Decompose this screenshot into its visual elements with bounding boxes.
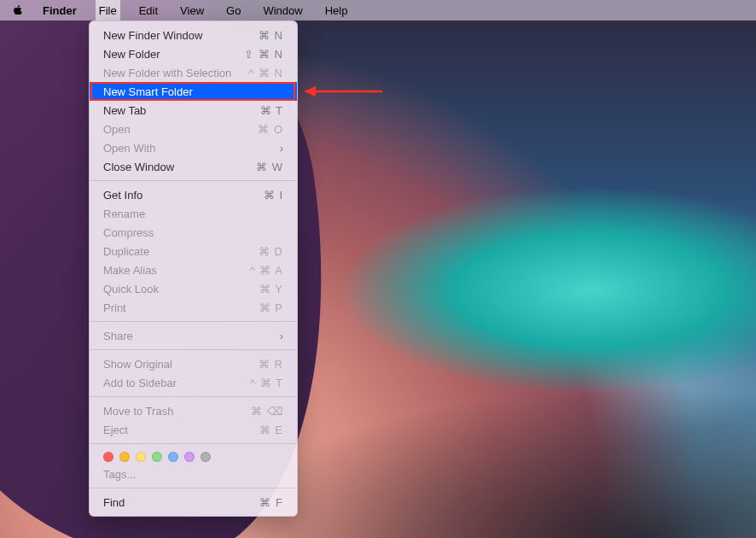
menu-item-open-with: Open With› [90,138,297,157]
tag-color-dot[interactable] [184,452,195,462]
menu-item-get-info[interactable]: Get Info⌘ I [90,185,297,204]
menu-item-add-to-sidebar: Add to Sidebar^ ⌘ T [90,373,297,392]
menu-help[interactable]: Help [322,0,352,20]
menu-item-label: Get Info [103,189,264,202]
menu-file[interactable]: File [96,0,120,20]
menu-item-label: New Smart Folder [103,85,283,98]
menu-item-make-alias: Make Alias^ ⌘ A [90,260,297,279]
menu-item-find[interactable]: Find⌘ F [90,493,297,512]
menu-item-eject: Eject⌘ E [90,420,297,439]
submenu-chevron-icon: › [280,142,283,155]
menu-item-compress: Compress [90,223,297,242]
menu-item-rename: Rename [90,204,297,223]
menu-item-show-original: Show Original⌘ R [90,354,297,373]
apple-menu-icon[interactable] [12,4,24,16]
menu-item-new-folder-with-selection: New Folder with Selection^ ⌘ N [90,63,297,82]
menu-item-label: Eject [103,424,259,436]
menu-item-shortcut: ⌘ E [259,424,283,436]
menu-view[interactable]: View [177,0,207,20]
menu-item-quick-look: Quick Look⌘ Y [90,279,297,298]
menu-edit[interactable]: Edit [136,0,161,20]
tag-color-dot[interactable] [103,452,113,462]
menu-item-label: Open With [103,142,280,155]
tag-color-dot[interactable] [119,452,130,462]
tag-color-dot[interactable] [152,452,162,462]
menu-item-label: New Folder [103,48,244,61]
active-app-name[interactable]: Finder [39,0,80,20]
menu-item-shortcut: ^ ⌘ T [250,377,283,389]
file-menu-dropdown: New Finder Window⌘ NNew Folder⇧ ⌘ NNew F… [89,20,298,517]
menu-item-shortcut: ⌘ P [259,301,283,314]
tag-color-dot[interactable] [136,452,146,462]
menu-item-new-tab[interactable]: New Tab⌘ T [90,101,297,120]
menu-item-label: Close Window [103,161,256,173]
tags-color-row [90,448,297,465]
menu-item-shortcut: ⌘ D [259,245,283,258]
menu-item-new-smart-folder[interactable]: New Smart Folder [90,82,297,101]
menu-item-open: Open⌘ O [90,120,297,138]
submenu-chevron-icon: › [280,330,283,342]
menu-item-shortcut: ⌘ N [259,29,283,42]
menu-item-label: Rename [103,208,283,220]
menu-item-label: Show Original [103,358,259,371]
menu-item-label: New Finder Window [103,29,259,42]
menu-separator [90,321,297,322]
menu-go[interactable]: Go [223,0,244,20]
menu-separator [90,349,297,350]
menu-item-duplicate: Duplicate⌘ D [90,242,297,260]
menu-item-label: New Tab [103,104,260,117]
menu-separator [90,488,297,488]
menu-item-label: Quick Look [103,283,259,295]
menu-item-shortcut: ⌘ O [258,123,283,136]
menu-item-label: Add to Sidebar [103,377,250,389]
menu-separator [90,180,297,181]
tag-color-dot[interactable] [168,452,178,462]
menu-item-label: Print [103,301,259,314]
menu-window[interactable]: Window [259,0,305,20]
menu-item-share: Share› [90,326,297,345]
menu-item-new-finder-window[interactable]: New Finder Window⌘ N [90,26,297,44]
menu-item-label: Open [103,123,258,136]
menu-item-shortcut: ^ ⌘ N [248,67,283,79]
menu-item-print: Print⌘ P [90,298,297,317]
menu-item-shortcut: ⌘ T [260,104,283,117]
menu-item-tags: Tags... [90,465,297,483]
menu-separator [90,443,297,444]
menu-item-label: Duplicate [103,245,259,258]
menu-item-shortcut: ⌘ I [264,189,283,202]
menu-item-label: Tags... [103,468,283,481]
menu-item-label: Move to Trash [103,405,251,418]
menu-item-shortcut: ⇧ ⌘ N [244,48,283,61]
menu-item-shortcut: ⌘ F [259,496,283,509]
menu-item-label: Find [103,496,259,509]
menu-item-label: Share [103,330,280,342]
menu-item-shortcut: ^ ⌘ A [250,264,283,277]
menubar: Finder File Edit View Go Window Help [0,0,756,20]
menu-item-label: New Folder with Selection [103,67,248,79]
menu-item-label: Make Alias [103,264,250,277]
tag-color-dot[interactable] [201,452,211,462]
menu-item-new-folder[interactable]: New Folder⇧ ⌘ N [90,44,297,63]
menu-item-close-window[interactable]: Close Window⌘ W [90,157,297,176]
menu-separator [90,396,297,397]
menu-item-shortcut: ⌘ ⌫ [251,405,283,418]
menu-item-shortcut: ⌘ Y [259,283,283,295]
menu-item-move-to-trash: Move to Trash⌘ ⌫ [90,401,297,420]
menu-item-shortcut: ⌘ R [259,358,283,371]
menu-item-shortcut: ⌘ W [256,161,283,173]
menu-item-label: Compress [103,226,283,239]
